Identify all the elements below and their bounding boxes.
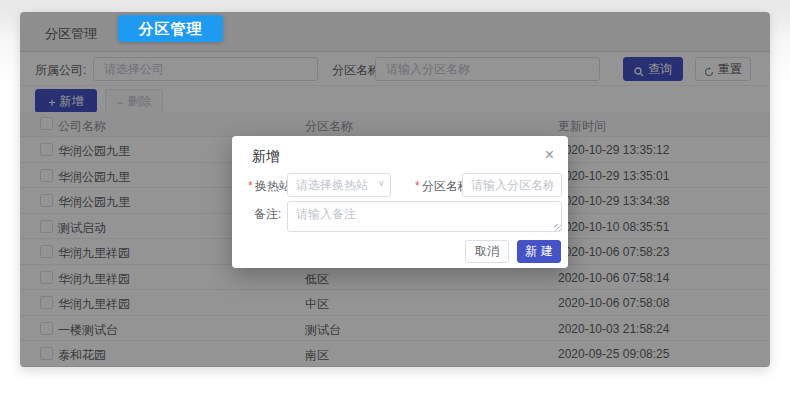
resize-handle-icon[interactable] [554,224,561,231]
station-select[interactable] [287,173,391,197]
required-mark: * [415,179,420,193]
cancel-button[interactable]: 取消 [465,240,509,263]
confirm-button[interactable]: 新 建 [517,240,561,263]
dialog-title: 新增 [252,148,280,166]
add-dialog: 新增 × *换热站: ∨ *分区名称: 备注: 取消 新 建 [232,136,568,268]
partition-name-input[interactable] [462,173,562,197]
window-top-strip [0,0,790,12]
required-mark: * [248,179,253,193]
remark-label: 备注: [254,206,281,223]
remark-textarea[interactable] [287,201,562,232]
annotation-badge: 分区管理 [118,15,223,42]
close-icon[interactable]: × [545,145,554,165]
